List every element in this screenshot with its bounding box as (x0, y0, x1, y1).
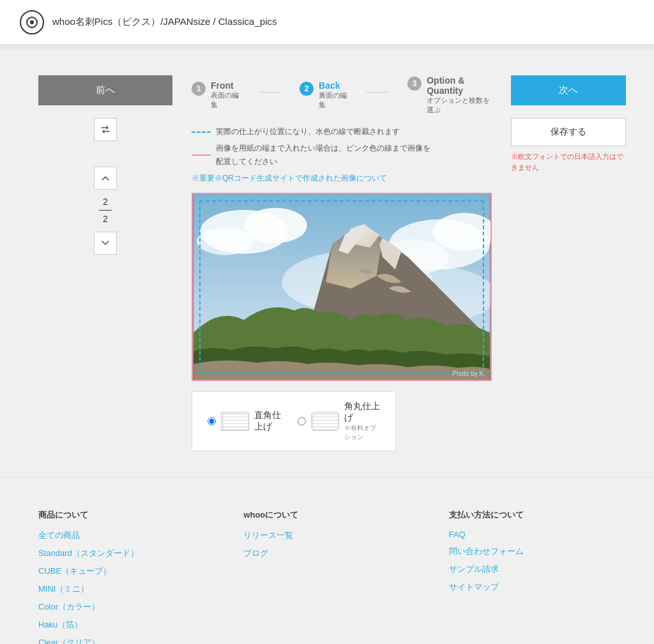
step-bar: 1 Front 表面の編集 2 Back 裏面の編集 3 (192, 75, 492, 115)
solid-line-indicator (192, 154, 211, 156)
footer-col-products: 商品について 全ての商品 Standard（スタンダード） CUBE（キューブ）… (38, 509, 205, 644)
page-up-button[interactable] (94, 167, 117, 190)
corner-labels-rounded: 角丸仕上げ ※有料オプション (344, 401, 380, 442)
footer-link-sample[interactable]: サンプル請求 (449, 564, 616, 575)
corner-option-rounded[interactable]: 角丸仕上げ ※有料オプション (298, 401, 380, 442)
page-total: 2 (99, 212, 112, 226)
save-button[interactable]: 保存する (511, 118, 626, 146)
step-3-number: 3 (407, 77, 422, 91)
corner-radio-square[interactable] (208, 417, 216, 426)
page-divider (99, 210, 112, 211)
corner-radio-rounded[interactable] (298, 417, 306, 426)
chevron-up-icon (102, 176, 109, 181)
page-header: whoo名刺Pics（ピクス）/JAPANsize / Classica_pic… (0, 0, 654, 45)
footer-link-haku[interactable]: Haku（箔） (38, 619, 205, 631)
prev-button[interactable]: 前へ (38, 75, 172, 105)
step-1: 1 Front 表面の編集 (192, 80, 239, 110)
corner-options: 直角仕上げ 角丸仕上げ (192, 391, 396, 451)
footer-link-standard[interactable]: Standard（スタンダード） (38, 548, 205, 559)
step-1-number: 1 (192, 82, 206, 96)
step-2-labels: Back 裏面の編集 (319, 80, 347, 110)
footer-link-contact[interactable]: 問い合わせフォーム (449, 546, 616, 557)
step-3-title-jp: オプションと枚数を選ぶ (427, 96, 492, 115)
left-sidebar: 前へ 2 2 (38, 75, 172, 451)
footer-link-mini[interactable]: MINI（ミニ） (38, 583, 205, 595)
page-current: 2 (99, 195, 112, 209)
repeat-icon (100, 124, 111, 135)
center-area: 1 Front 表面の編集 2 Back 裏面の編集 3 (192, 75, 492, 451)
step-1-title-en: Front (211, 80, 239, 91)
page-down-button[interactable] (94, 232, 117, 255)
next-button[interactable]: 次へ (511, 75, 626, 105)
repeat-icon-button[interactable] (94, 118, 117, 141)
step-connector-2 (366, 92, 388, 93)
footer-heading-payment: 支払い方法について (449, 509, 616, 521)
qr-link[interactable]: ※重要※QRコード生成サイトで作成された画像について (192, 174, 387, 183)
instruction-dashed-text: 実際の仕上がり位置になり、水色の線で断裁されます (216, 125, 400, 139)
step-3: 3 Option & Quantity オプションと枚数を選ぶ (407, 75, 492, 115)
instruction-solid: 画像を用紙の端まで入れたい場合は、ピンク色の線まで画像を配置してください (192, 142, 492, 169)
footer-link-sitemap[interactable]: サイトマップ (449, 581, 616, 593)
footer-columns: 商品について 全ての商品 Standard（スタンダード） CUBE（キューブ）… (38, 509, 616, 644)
footer-link-faq[interactable]: FAQ (449, 530, 616, 539)
footer-link-color[interactable]: Color（カラー） (38, 601, 205, 613)
footer-heading-about: whooについて (243, 509, 410, 521)
header-separator (0, 45, 654, 50)
footer-link-clear[interactable]: Clear（クリア） (38, 637, 205, 644)
main-wrapper: 前へ 2 2 (0, 50, 654, 477)
header-title: whoo名刺Pics（ピクス）/JAPANsize / Classica_pic… (52, 16, 277, 28)
step-connector-1 (258, 92, 280, 93)
corner-label-square: 直角仕上げ (254, 410, 285, 433)
dashed-line-indicator (192, 131, 211, 133)
step-3-labels: Option & Quantity オプションと枚数を選ぶ (427, 75, 492, 115)
mountain-image (193, 194, 490, 380)
footer-heading-products: 商品について (38, 509, 205, 521)
logo: whoo名刺Pics（ピクス）/JAPANsize / Classica_pic… (19, 10, 277, 35)
step-1-title-jp: 表面の編集 (211, 91, 239, 110)
instructions: 実際の仕上がり位置になり、水色の線で断裁されます 画像を用紙の端まで入れたい場合… (192, 125, 492, 185)
footer-col-about: whooについて リリース一覧 ブログ (243, 509, 410, 644)
corner-preview-rounded (311, 412, 339, 431)
instruction-dashed: 実際の仕上がり位置になり、水色の線で断裁されます (192, 125, 492, 139)
step-3-title-en: Option & Quantity (427, 75, 492, 96)
footer-link-releases[interactable]: リリース一覧 (243, 530, 410, 541)
corner-preview-square (221, 412, 249, 431)
page-nav: 2 2 (38, 167, 172, 255)
square-preview-icon (222, 412, 250, 431)
step-2: 2 Back 裏面の編集 (300, 80, 347, 110)
footer-link-all[interactable]: 全ての商品 (38, 530, 205, 541)
step-2-number: 2 (300, 82, 314, 96)
content-area: 前へ 2 2 (38, 75, 616, 451)
photo-credit: Photo by K. (452, 370, 485, 377)
step-1-labels: Front 表面の編集 (211, 80, 239, 110)
instruction-solid-text: 画像を用紙の端まで入れたい場合は、ピンク色の線まで画像を配置してください (216, 142, 430, 169)
svg-point-2 (30, 20, 34, 24)
footer-col-payment: 支払い方法について FAQ 問い合わせフォーム サンプル請求 サイトマップ (449, 509, 616, 644)
step-2-title-jp: 裏面の編集 (319, 91, 347, 110)
footer: 商品について 全ての商品 Standard（スタンダード） CUBE（キューブ）… (0, 477, 654, 644)
footer-link-blog[interactable]: ブログ (243, 548, 410, 559)
corner-label-rounded: 角丸仕上げ (344, 401, 380, 424)
rounded-preview-icon (312, 412, 340, 431)
corner-option-square[interactable]: 直角仕上げ (208, 410, 285, 433)
chevron-down-icon (102, 241, 109, 246)
corner-sublabel-rounded: ※有料オプション (344, 424, 380, 442)
image-editor[interactable]: Photo by K. (192, 193, 492, 381)
footer-link-cube[interactable]: CUBE（キューブ） (38, 565, 205, 577)
logo-icon (19, 10, 45, 35)
svg-point-5 (244, 208, 307, 243)
font-warning: ※欧文フォントでの日本語入力はできません (511, 151, 626, 172)
step-2-title-en: Back (319, 80, 347, 91)
right-sidebar: 次へ 保存する ※欧文フォントでの日本語入力はできません (511, 75, 626, 451)
svg-point-6 (197, 228, 254, 255)
